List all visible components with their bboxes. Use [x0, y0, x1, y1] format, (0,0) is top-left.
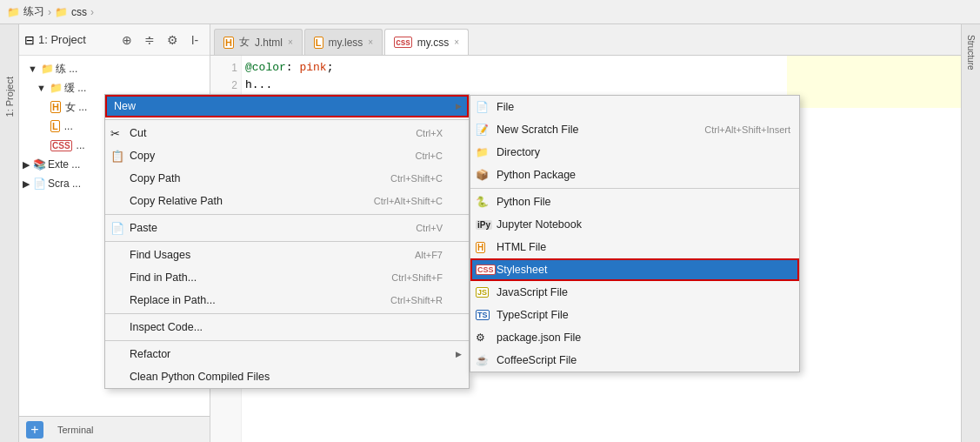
breadcrumb-item-1[interactable]: 练习: [23, 4, 44, 19]
file-icon: 📄: [476, 101, 489, 113]
tab-filename-myless: my.less: [329, 37, 363, 49]
tab-filename-jhtml: J.html: [255, 37, 283, 49]
menu-shortcut-replaceinpath: Ctrl+Shift+R: [390, 295, 460, 305]
menu-item-copy[interactable]: 📋 Copy Ctrl+C: [105, 144, 469, 167]
coffeescript-icon: ☕: [476, 354, 489, 366]
file-icon-css: CSS: [50, 140, 72, 151]
tree-arrow-scratch: ▶: [23, 178, 30, 190]
submenu-label-html: HTML File: [497, 241, 546, 253]
toolbar-btn-pin[interactable]: I-: [185, 30, 204, 50]
editor-lines: @color: pink; h...: [245, 59, 333, 94]
submenu-item-jupyter[interactable]: iPy Jupyter Notebook: [470, 213, 799, 236]
menu-label-paste: Paste: [130, 222, 157, 234]
file-icon-less: L: [50, 120, 60, 132]
submenu-item-pyfile[interactable]: 🐍 Python File: [470, 191, 799, 213]
tab-jhtml[interactable]: H 女 J.html ×: [214, 29, 303, 55]
terminal-tab[interactable]: Terminal: [50, 423, 101, 437]
menu-label-new: New: [114, 100, 136, 112]
menu-item-paste[interactable]: 📄 Paste Ctrl+V: [105, 217, 469, 239]
submenu-label-ts: TypeScript File: [497, 309, 569, 321]
menu-item-findinpath[interactable]: Find in Path... Ctrl+Shift+F: [105, 266, 469, 289]
submenu-item-stylesheet[interactable]: CSS Stylesheet: [470, 258, 799, 281]
menu-label-cleanpyc: Clean Python Compiled Files: [130, 371, 270, 383]
ide-window: 📁 练习 › 📁 css › 1: Project ⊟ 1: Project ⊕…: [0, 0, 980, 442]
submenu-item-coffeescript[interactable]: ☕ CoffeeScript File: [470, 349, 799, 372]
submenu-label-scratch: New Scratch File: [497, 124, 578, 136]
sidebar-tab[interactable]: 1: Project: [0, 24, 19, 442]
menu-item-inspectcode[interactable]: Inspect Code...: [105, 316, 469, 338]
tree-label-ext: Exte ...: [48, 158, 80, 171]
tab-filename-mycss: my.css: [417, 37, 449, 49]
code-line-1: @color: pink;: [245, 59, 333, 77]
tree-label-css: 缓 ...: [64, 81, 86, 96]
menu-shortcut-paste: Ctrl+V: [416, 223, 460, 233]
submenu-item-scratch[interactable]: 📝 New Scratch File Ctrl+Alt+Shift+Insert: [470, 118, 799, 141]
editor-highlight: [787, 56, 961, 108]
tree-label-file1: 女 ...: [65, 100, 87, 115]
right-sidebar: Structure: [961, 24, 980, 442]
menu-sep-5: [105, 340, 469, 341]
menu-item-cleanpyc[interactable]: Clean Python Compiled Files: [105, 365, 469, 388]
tree-label-root: 练 ...: [56, 62, 77, 77]
tab-close-myless[interactable]: ×: [368, 37, 373, 47]
menu-item-cut[interactable]: ✂ Cut Ctrl+X: [105, 122, 469, 144]
submenu-item-js[interactable]: JS JavaScript File: [470, 281, 799, 304]
menu-item-refactor[interactable]: Refactor: [105, 343, 469, 365]
submenu-item-directory[interactable]: 📁 Directory: [470, 141, 799, 164]
breadcrumb-bar: 📁 练习 › 📁 css ›: [0, 0, 980, 24]
tab-myless[interactable]: L my.less ×: [304, 29, 383, 55]
menu-sep-4: [105, 313, 469, 314]
menu-item-copyrelpath[interactable]: Copy Relative Path Ctrl+Alt+Shift+C: [105, 190, 469, 212]
tree-item-root[interactable]: ▼ 📁 练 ...: [19, 59, 210, 78]
pypackage-icon: 📦: [476, 169, 489, 181]
menu-shortcut-copyrelpath: Ctrl+Alt+Shift+C: [374, 196, 460, 206]
submenu-label-packagejson: package.json File: [497, 332, 581, 344]
bottom-panel: + Terminal: [19, 416, 210, 442]
submenu-item-html[interactable]: H HTML File: [470, 236, 799, 258]
menu-shortcut-copypath: Ctrl+Shift+C: [390, 173, 460, 184]
menu-item-replaceinpath[interactable]: Replace in Path... Ctrl+Shift+R: [105, 289, 469, 311]
breadcrumb-folder-icon-2: 📁: [55, 6, 68, 18]
cut-icon: ✂: [110, 127, 120, 140]
paste-icon: 📄: [110, 222, 124, 235]
submenu-label-pypackage: Python Package: [497, 169, 576, 181]
menu-shortcut-cut: Ctrl+X: [416, 128, 460, 138]
toolbar-btn-settings[interactable]: ⚙: [163, 30, 182, 50]
toolbar-btn-sync[interactable]: ≑: [140, 30, 159, 50]
sidebar-tab-label: 1: Project: [4, 77, 15, 117]
menu-sep-3: [105, 241, 469, 242]
submenu-label-stylesheet: Stylesheet: [497, 264, 547, 276]
toolbar-btn-add[interactable]: ⊕: [117, 30, 137, 50]
scratch-icon: 📝: [476, 124, 489, 136]
ts-icon: TS: [476, 310, 490, 320]
menu-item-copypath[interactable]: Copy Path Ctrl+Shift+C: [105, 167, 469, 190]
menu-label-refactor: Refactor: [130, 348, 170, 360]
breadcrumb-sep-2: ›: [90, 6, 94, 18]
tab-mycss[interactable]: css my.css ×: [384, 29, 469, 55]
menu-label-cut: Cut: [130, 127, 146, 139]
js-icon: JS: [476, 287, 489, 298]
submenu-label-pyfile: Python File: [497, 196, 551, 208]
tab-label-jhtml: 女: [239, 35, 250, 50]
menu-item-new[interactable]: New: [105, 95, 469, 117]
project-panel-title: 1: Project: [38, 33, 114, 46]
menu-label-copy: Copy: [130, 150, 155, 162]
breadcrumb-item-2[interactable]: css: [71, 6, 87, 18]
copy-icon: 📋: [110, 150, 124, 163]
tab-icon-html: H: [223, 37, 234, 49]
right-sidebar-structure[interactable]: Structure: [964, 31, 977, 74]
tab-close-mycss[interactable]: ×: [454, 37, 459, 47]
submenu-item-pypackage[interactable]: 📦 Python Package: [470, 164, 799, 186]
menu-sep-2: [105, 214, 469, 215]
tree-arrow-css: ▼: [37, 83, 46, 93]
add-tab-button[interactable]: +: [26, 421, 43, 439]
tab-close-jhtml[interactable]: ×: [288, 37, 293, 47]
submenu-item-packagejson[interactable]: ⚙ package.json File: [470, 326, 799, 349]
menu-item-findusages[interactable]: Find Usages Alt+F7: [105, 244, 469, 266]
menu-label-findusages: Find Usages: [130, 249, 190, 261]
submenu-label-directory: Directory: [497, 146, 540, 158]
submenu-item-file[interactable]: 📄 File: [470, 96, 799, 118]
tree-label-file3: ...: [77, 139, 85, 151]
tree-icon-css: 📁: [50, 82, 63, 94]
submenu-item-ts[interactable]: TS TypeScript File: [470, 304, 799, 326]
